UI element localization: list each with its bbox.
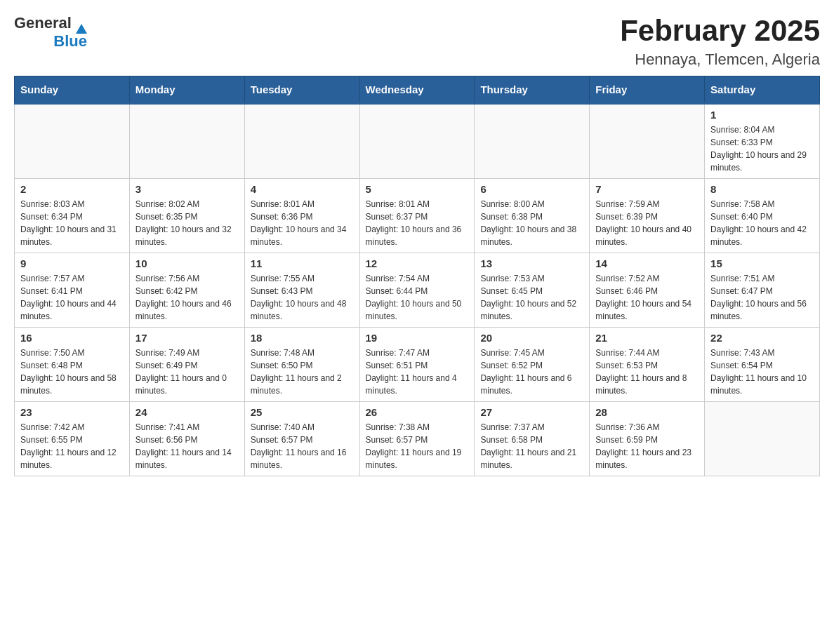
day-cell: 2Sunrise: 8:03 AMSunset: 6:34 PMDaylight… bbox=[15, 179, 130, 253]
days-header-row: SundayMondayTuesdayWednesdayThursdayFrid… bbox=[15, 76, 820, 104]
day-header-sunday: Sunday bbox=[15, 76, 130, 104]
day-number: 22 bbox=[710, 332, 814, 344]
day-info: Sunrise: 7:41 AMSunset: 6:56 PMDaylight:… bbox=[135, 421, 239, 471]
day-number: 6 bbox=[480, 183, 583, 195]
day-info: Sunrise: 7:42 AMSunset: 6:55 PMDaylight:… bbox=[20, 421, 124, 471]
day-cell bbox=[705, 402, 820, 476]
day-info: Sunrise: 8:01 AMSunset: 6:36 PMDaylight:… bbox=[251, 198, 354, 248]
day-cell: 4Sunrise: 8:01 AMSunset: 6:36 PMDaylight… bbox=[244, 179, 359, 253]
day-cell: 17Sunrise: 7:49 AMSunset: 6:49 PMDayligh… bbox=[129, 328, 244, 402]
day-cell: 12Sunrise: 7:54 AMSunset: 6:44 PMDayligh… bbox=[359, 253, 475, 328]
logo: General Blue bbox=[14, 14, 88, 51]
day-info: Sunrise: 7:54 AMSunset: 6:44 PMDaylight:… bbox=[366, 272, 469, 323]
calendar-body: 1Sunrise: 8:04 AMSunset: 6:33 PMDaylight… bbox=[15, 104, 820, 476]
day-cell: 11Sunrise: 7:55 AMSunset: 6:43 PMDayligh… bbox=[244, 253, 359, 328]
day-info: Sunrise: 7:43 AMSunset: 6:54 PMDaylight:… bbox=[710, 347, 814, 397]
day-info: Sunrise: 7:56 AMSunset: 6:42 PMDaylight:… bbox=[135, 272, 239, 323]
day-number: 15 bbox=[710, 257, 814, 269]
day-number: 25 bbox=[251, 406, 354, 418]
page-header: General Blue February 2025 Hennaya, Tlem… bbox=[14, 14, 820, 69]
day-cell: 7Sunrise: 7:59 AMSunset: 6:39 PMDaylight… bbox=[590, 179, 705, 253]
day-info: Sunrise: 8:03 AMSunset: 6:34 PMDaylight:… bbox=[20, 198, 124, 248]
day-number: 13 bbox=[480, 257, 583, 269]
day-info: Sunrise: 7:40 AMSunset: 6:57 PMDaylight:… bbox=[251, 421, 354, 471]
day-number: 19 bbox=[366, 332, 469, 344]
day-cell bbox=[129, 104, 244, 179]
day-cell bbox=[475, 104, 590, 179]
day-info: Sunrise: 7:36 AMSunset: 6:59 PMDaylight:… bbox=[595, 421, 699, 471]
day-header-saturday: Saturday bbox=[705, 76, 820, 104]
day-cell: 6Sunrise: 8:00 AMSunset: 6:38 PMDaylight… bbox=[475, 179, 590, 253]
day-cell: 3Sunrise: 8:02 AMSunset: 6:35 PMDaylight… bbox=[129, 179, 244, 253]
day-number: 14 bbox=[595, 257, 699, 269]
day-cell: 14Sunrise: 7:52 AMSunset: 6:46 PMDayligh… bbox=[590, 253, 705, 328]
day-cell: 27Sunrise: 7:37 AMSunset: 6:58 PMDayligh… bbox=[475, 402, 590, 476]
day-number: 4 bbox=[251, 183, 354, 195]
day-cell bbox=[359, 104, 475, 179]
day-cell: 20Sunrise: 7:45 AMSunset: 6:52 PMDayligh… bbox=[475, 328, 590, 402]
logo-blue-text: Blue bbox=[53, 32, 87, 50]
day-number: 17 bbox=[135, 332, 239, 344]
day-number: 18 bbox=[251, 332, 354, 344]
day-info: Sunrise: 7:48 AMSunset: 6:50 PMDaylight:… bbox=[251, 347, 354, 397]
day-info: Sunrise: 7:52 AMSunset: 6:46 PMDaylight:… bbox=[595, 272, 699, 323]
day-cell: 19Sunrise: 7:47 AMSunset: 6:51 PMDayligh… bbox=[359, 328, 475, 402]
calendar-subtitle: Hennaya, Tlemcen, Algeria bbox=[620, 51, 820, 69]
day-number: 21 bbox=[595, 332, 699, 344]
day-header-thursday: Thursday bbox=[475, 76, 590, 104]
day-info: Sunrise: 7:44 AMSunset: 6:53 PMDaylight:… bbox=[595, 347, 699, 397]
day-cell: 24Sunrise: 7:41 AMSunset: 6:56 PMDayligh… bbox=[129, 402, 244, 476]
day-info: Sunrise: 7:37 AMSunset: 6:58 PMDaylight:… bbox=[480, 421, 583, 471]
day-info: Sunrise: 7:50 AMSunset: 6:48 PMDaylight:… bbox=[20, 347, 124, 397]
day-number: 26 bbox=[366, 406, 469, 418]
day-number: 1 bbox=[710, 109, 814, 121]
day-header-friday: Friday bbox=[590, 76, 705, 104]
day-number: 10 bbox=[135, 257, 239, 269]
day-number: 28 bbox=[595, 406, 699, 418]
day-cell bbox=[15, 104, 130, 179]
day-info: Sunrise: 8:02 AMSunset: 6:35 PMDaylight:… bbox=[135, 198, 239, 248]
day-cell: 28Sunrise: 7:36 AMSunset: 6:59 PMDayligh… bbox=[590, 402, 705, 476]
week-row-1: 2Sunrise: 8:03 AMSunset: 6:34 PMDaylight… bbox=[15, 179, 820, 253]
day-header-monday: Monday bbox=[129, 76, 244, 104]
day-header-tuesday: Tuesday bbox=[244, 76, 359, 104]
day-cell: 22Sunrise: 7:43 AMSunset: 6:54 PMDayligh… bbox=[705, 328, 820, 402]
day-info: Sunrise: 7:57 AMSunset: 6:41 PMDaylight:… bbox=[20, 272, 124, 323]
week-row-2: 9Sunrise: 7:57 AMSunset: 6:41 PMDaylight… bbox=[15, 253, 820, 328]
day-info: Sunrise: 8:01 AMSunset: 6:37 PMDaylight:… bbox=[366, 198, 469, 248]
day-number: 11 bbox=[251, 257, 354, 269]
day-cell: 21Sunrise: 7:44 AMSunset: 6:53 PMDayligh… bbox=[590, 328, 705, 402]
day-header-wednesday: Wednesday bbox=[359, 76, 475, 104]
day-cell: 18Sunrise: 7:48 AMSunset: 6:50 PMDayligh… bbox=[244, 328, 359, 402]
day-info: Sunrise: 7:51 AMSunset: 6:47 PMDaylight:… bbox=[710, 272, 814, 323]
day-cell: 25Sunrise: 7:40 AMSunset: 6:57 PMDayligh… bbox=[244, 402, 359, 476]
day-info: Sunrise: 7:45 AMSunset: 6:52 PMDaylight:… bbox=[480, 347, 583, 397]
day-info: Sunrise: 7:49 AMSunset: 6:49 PMDaylight:… bbox=[135, 347, 239, 397]
logo-general-text: General bbox=[14, 14, 72, 32]
day-number: 16 bbox=[20, 332, 124, 344]
day-cell: 15Sunrise: 7:51 AMSunset: 6:47 PMDayligh… bbox=[705, 253, 820, 328]
calendar-title: February 2025 bbox=[620, 14, 820, 48]
day-number: 20 bbox=[480, 332, 583, 344]
day-info: Sunrise: 8:04 AMSunset: 6:33 PMDaylight:… bbox=[710, 123, 814, 174]
day-cell bbox=[244, 104, 359, 179]
day-cell: 9Sunrise: 7:57 AMSunset: 6:41 PMDaylight… bbox=[15, 253, 130, 328]
day-info: Sunrise: 7:59 AMSunset: 6:39 PMDaylight:… bbox=[595, 198, 699, 248]
day-number: 5 bbox=[366, 183, 469, 195]
day-number: 12 bbox=[366, 257, 469, 269]
day-number: 8 bbox=[710, 183, 814, 195]
day-number: 3 bbox=[135, 183, 239, 195]
day-info: Sunrise: 7:38 AMSunset: 6:57 PMDaylight:… bbox=[366, 421, 469, 471]
title-block: February 2025 Hennaya, Tlemcen, Algeria bbox=[620, 14, 820, 69]
day-cell: 8Sunrise: 7:58 AMSunset: 6:40 PMDaylight… bbox=[705, 179, 820, 253]
day-info: Sunrise: 7:47 AMSunset: 6:51 PMDaylight:… bbox=[366, 347, 469, 397]
week-row-0: 1Sunrise: 8:04 AMSunset: 6:33 PMDaylight… bbox=[15, 104, 820, 179]
calendar-table: SundayMondayTuesdayWednesdayThursdayFrid… bbox=[14, 76, 820, 476]
day-info: Sunrise: 7:58 AMSunset: 6:40 PMDaylight:… bbox=[710, 198, 814, 248]
day-cell: 1Sunrise: 8:04 AMSunset: 6:33 PMDaylight… bbox=[705, 104, 820, 179]
day-info: Sunrise: 8:00 AMSunset: 6:38 PMDaylight:… bbox=[480, 198, 583, 248]
week-row-3: 16Sunrise: 7:50 AMSunset: 6:48 PMDayligh… bbox=[15, 328, 820, 402]
day-cell: 16Sunrise: 7:50 AMSunset: 6:48 PMDayligh… bbox=[15, 328, 130, 402]
day-number: 24 bbox=[135, 406, 239, 418]
day-info: Sunrise: 7:53 AMSunset: 6:45 PMDaylight:… bbox=[480, 272, 583, 323]
